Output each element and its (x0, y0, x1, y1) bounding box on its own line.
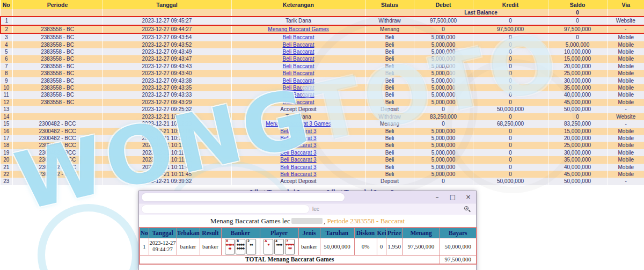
keterangan-link[interactable]: Beli Baccarat 3 (280, 157, 316, 163)
keterangan-link[interactable]: Beli Baccarat 3 (280, 128, 316, 134)
popup-periode-label: Periode 2383558 - Baccarat (327, 217, 405, 225)
cell-via: - (607, 178, 644, 185)
cell-no: 13 (1, 106, 12, 113)
keterangan-link[interactable]: Beli Baccarat (283, 63, 314, 69)
cell-via: - (607, 25, 644, 33)
keterangan-link[interactable]: Beli Baccarat (283, 42, 314, 48)
keterangan-link[interactable]: Beli Baccarat (283, 99, 314, 105)
cell-kredit: 0 (473, 171, 548, 178)
cell-periode: 2300482 - BCC (12, 156, 103, 163)
cell-tanggal: 2023-12-27 09:43:52 (103, 41, 231, 48)
close-button[interactable]: × (460, 191, 476, 203)
cell-tanggal: 2023-12-27 09:43:43 (103, 63, 231, 70)
keterangan-link[interactable]: Menang Baccarat Games (268, 26, 328, 32)
cell-periode: 2300482 - BCC (12, 171, 103, 178)
col-header-no: No (1, 0, 12, 9)
cell-tanggal: 2023-12-27 09:44:27 (103, 25, 231, 33)
cell-saldo: 50,000,000 (548, 178, 607, 185)
cell-via: Mobile (607, 48, 644, 55)
bet-col-header-tebakan: Tebakan (177, 228, 200, 238)
cell-via: Mobile (607, 91, 644, 98)
cell-tanggal: 2023-12-21 10:11:55 (103, 149, 231, 156)
cell-saldo: 0 (548, 113, 607, 120)
keterangan-link[interactable]: Beli Baccarat 3 (280, 142, 316, 148)
bet-diskon: 0% (354, 238, 377, 255)
cell-empty (12, 9, 103, 17)
keterangan-link[interactable]: Menang Baccarat 3 Games (266, 121, 331, 127)
maximize-button[interactable]: □ (445, 191, 460, 203)
cell-kredit: 0 (473, 77, 548, 84)
cell-keterangan: Accept Deposit (231, 178, 365, 185)
cell-kredit: 0 (473, 156, 548, 163)
last-balance-label: Last Balance (414, 9, 548, 17)
bet-col-header-prize: Prize (386, 228, 402, 238)
playing-card-8♦: 8♦♦♦♦♦♦♦♦ (225, 239, 235, 254)
cell-kredit: 0 (473, 135, 548, 142)
cell-tanggal: 2023-12-21 09:39:32 (103, 178, 231, 185)
col-header-periode: Periode (12, 0, 103, 9)
bet-detail-table: NoTanggalTebakanResultBankerPlayerJenisT… (139, 227, 477, 265)
cell-periode: 2300482 - BCC (12, 135, 103, 142)
cell-debet: 0 (414, 25, 473, 33)
cell-empty (1, 9, 12, 17)
keterangan-link[interactable]: Beli Baccarat (283, 34, 314, 40)
cell-keterangan: Beli Baccarat (231, 63, 365, 70)
keterangan-link[interactable]: Beli Baccarat 3 (280, 164, 316, 170)
cell-tanggal: 2023-12-27 09:43:47 (103, 55, 231, 62)
table-row: 202300482 - BCC2023-12-21 10:11:52Beli B… (1, 156, 644, 163)
bet-col-header-jenis: Jenis (298, 228, 320, 238)
cell-debet: 0 (414, 106, 473, 113)
bet-col-header-menang: Menang (402, 228, 440, 238)
cell-kredit: 97,500,000 (473, 25, 548, 33)
cell-via: Mobile (607, 84, 644, 91)
playing-card-A♥: A♥ (264, 239, 273, 254)
cell-kredit: 0 (473, 84, 548, 91)
cell-periode: 2383558 - BC (12, 77, 103, 84)
keterangan-link[interactable]: Beli Baccarat 3 (280, 150, 316, 156)
cell-saldo: 25,000,000 (548, 142, 607, 149)
keterangan-link[interactable]: Beli Baccarat 3 (280, 135, 316, 141)
minimize-button[interactable]: – (429, 191, 445, 203)
keterangan-link[interactable]: Beli Baccarat (283, 92, 314, 98)
cell-via: Mobile (607, 70, 644, 77)
url-visible-text: lec (312, 206, 464, 212)
cell-kredit: 50,000,000 (473, 178, 548, 185)
table-row: 62383558 - BC2023-12-27 09:43:47Beli Bac… (1, 55, 644, 62)
cell-keterangan: Beli Baccarat (231, 77, 365, 84)
cell-keterangan: Tarik Dana (231, 17, 365, 25)
cell-tanggal: 2023-12-21 10:11:59 (103, 142, 231, 149)
cell-via: Mobile (607, 41, 644, 48)
cell-debet: 5,000,000 (414, 91, 473, 98)
cell-via: Mobile (607, 156, 644, 163)
keterangan-link[interactable]: Beli Baccarat 3 (280, 171, 316, 177)
search-icon[interactable]: + (464, 206, 471, 213)
table-row: 152300482 - BCC2023-12-21 10:12:23Menang… (1, 120, 644, 127)
cell-keterangan: Accept Deposit (231, 106, 365, 113)
cell-no: 8 (1, 70, 12, 77)
cell-keterangan: Beli Baccarat (231, 48, 365, 55)
cell-kredit: 0 (473, 41, 548, 48)
table-row: 82383558 - BC2023-12-27 09:43:40Beli Bac… (1, 70, 644, 77)
cell-keterangan: Beli Baccarat (231, 41, 365, 48)
keterangan-link[interactable]: Beli Baccarat (283, 78, 314, 84)
keterangan-link[interactable]: Beli Baccarat (283, 70, 314, 76)
bet-col-header-no: No (140, 228, 149, 238)
cell-kredit: 0 (473, 55, 548, 62)
keterangan-link[interactable]: Beli Baccarat (283, 85, 314, 91)
table-row: 92383558 - BC2023-12-27 09:43:38Beli Bac… (1, 77, 644, 84)
cell-keterangan: Beli Baccarat (231, 99, 365, 106)
censored-tab-title (142, 193, 345, 201)
cell-status: Beli (365, 135, 414, 142)
cell-periode (12, 178, 103, 185)
keterangan-link[interactable]: Beli Baccarat (283, 49, 314, 55)
cell-via: Mobile (607, 149, 644, 156)
cell-no: 22 (1, 171, 12, 178)
cell-debet: 5,000,000 (414, 156, 473, 163)
cell-no: 16 (1, 128, 12, 135)
cell-keterangan: Menang Baccarat Games (231, 25, 365, 33)
cell-status: Deposit (365, 106, 414, 113)
keterangan-link[interactable]: Beli Baccarat (283, 56, 314, 62)
bet-col-header-tanggal: Tanggal (149, 228, 177, 238)
popup-addressbar[interactable]: lec + (139, 203, 476, 215)
cell-kredit: 0 (473, 63, 548, 70)
